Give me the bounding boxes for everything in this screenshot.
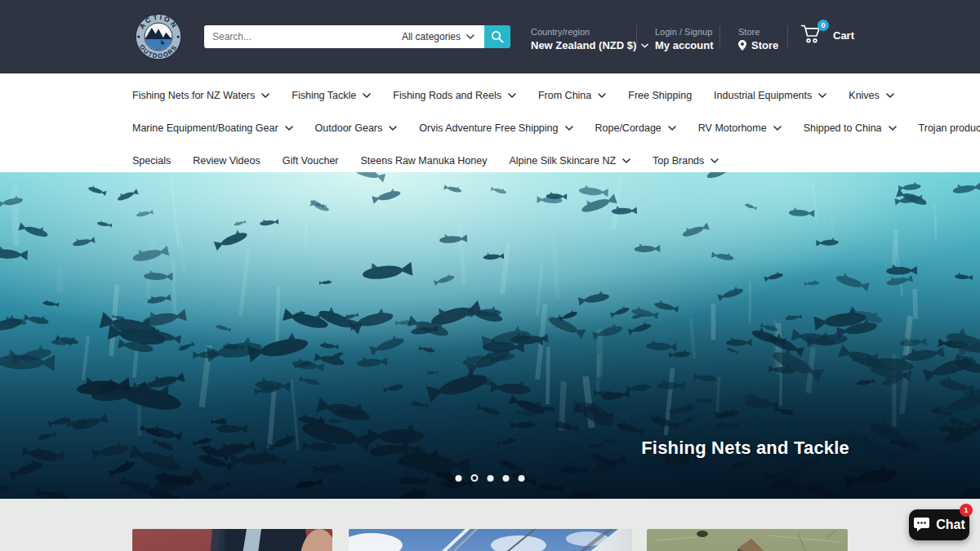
header-divider <box>636 25 637 48</box>
nav-item-label: Top Brands <box>653 155 704 167</box>
nav-item-knives[interactable]: Knives <box>849 90 894 101</box>
chevron-down-icon <box>285 126 293 131</box>
nav-item-marine-equipment-boating-gear[interactable]: Marine Equipment/Boating Gear <box>132 122 293 134</box>
nav-item-orvis-adventure-free-shipping[interactable]: Orvis Adventure Free Shipping <box>419 122 572 134</box>
nav-item-label: Free Shipping <box>628 90 692 101</box>
nav-item-label: RV Motorhome <box>698 122 767 134</box>
nav-item-fishing-rods-and-reels[interactable]: Fishing Rods and Reels <box>393 90 516 101</box>
chevron-down-icon <box>622 158 630 163</box>
nav-item-label: Orvis Adventure Free Shipping <box>419 122 558 134</box>
nav-item-top-brands[interactable]: Top Brands <box>653 155 719 167</box>
nav-item-specials[interactable]: Specials <box>132 155 171 167</box>
chat-widget-button[interactable]: Chat 1 <box>909 509 969 540</box>
chevron-down-icon <box>818 93 826 98</box>
hero-carousel: Fishing Nets and Tackle <box>0 172 980 499</box>
nav-item-steens-raw-manuka-honey[interactable]: Steens Raw Manuka Honey <box>361 155 488 167</box>
promo-card-angler-image <box>132 529 332 551</box>
nav-item-from-china[interactable]: From China <box>538 90 606 101</box>
cart-icon-wrap: 0 <box>800 24 823 47</box>
carousel-dot-2[interactable] <box>471 474 479 482</box>
nav-item-outdoor-gears[interactable]: Outdoor Gears <box>315 122 398 134</box>
chevron-down-icon <box>565 126 573 131</box>
search-input[interactable] <box>204 25 399 48</box>
cart-button[interactable]: 0 Cart <box>800 24 854 47</box>
categories-dropdown[interactable]: All categories <box>399 25 484 48</box>
chat-unread-badge: 1 <box>960 504 973 517</box>
nav-item-industrial-equipments[interactable]: Industrial Equipments <box>714 90 826 101</box>
carousel-dot-1[interactable] <box>456 475 462 482</box>
nav-item-label: Alpine Silk Skincare NZ <box>509 155 616 167</box>
store-logo[interactable]: ACTION OUTDOORS <box>135 13 182 60</box>
carousel-dots <box>456 474 525 482</box>
nav-item-label: Trojan products <box>919 122 980 134</box>
chevron-down-icon <box>710 158 719 163</box>
nav-item-label: Fishing Nets for NZ Waters <box>132 90 255 101</box>
carousel-dot-5[interactable] <box>519 475 525 482</box>
nav-item-rope-cordage[interactable]: Rope/Cordage <box>595 122 676 134</box>
chat-label: Chat <box>936 518 965 532</box>
chevron-down-icon <box>389 126 397 131</box>
store-link[interactable]: Store <box>738 39 778 51</box>
nav-inner: Fishing Nets for NZ WatersFishing Tackle… <box>132 73 848 177</box>
nav-item-label: Knives <box>849 90 880 101</box>
nav-item-label: Specials <box>132 155 171 167</box>
nav-item-label: Review Videos <box>193 155 260 167</box>
search-bar: All categories <box>204 25 510 48</box>
nav-item-trojan-products[interactable]: Trojan products <box>919 122 980 134</box>
nav-item-gift-voucher[interactable]: Gift Voucher <box>283 155 339 167</box>
hero-caption: Fishing Nets and Tackle <box>641 438 849 459</box>
nav-item-shipped-to-china[interactable]: Shipped to China <box>804 122 897 134</box>
nav-item-rv-motorhome[interactable]: RV Motorhome <box>698 122 782 134</box>
country-region-selector[interactable]: New Zealand (NZD $) <box>531 39 648 51</box>
store-text: Store <box>751 39 778 51</box>
header-divider <box>787 25 788 48</box>
my-account-text: My account <box>655 39 714 51</box>
nav-row-1: Fishing Nets for NZ WatersFishing Tackle… <box>132 79 848 112</box>
nav-item-fishing-nets-for-nz-waters[interactable]: Fishing Nets for NZ Waters <box>132 90 270 101</box>
cart-label: Cart <box>833 29 854 42</box>
carousel-dot-4[interactable] <box>503 475 510 482</box>
chevron-down-icon <box>363 93 371 98</box>
nav-item-fishing-tackle[interactable]: Fishing Tackle <box>292 90 371 101</box>
store-block: Store Store <box>738 27 778 51</box>
categories-label: All categories <box>402 31 461 42</box>
login-signup-label: Login / Signup <box>655 27 714 37</box>
nav-item-label: Marine Equipment/Boating Gear <box>132 122 278 134</box>
account-block: Login / Signup My account <box>655 27 714 51</box>
carousel-dot-3[interactable] <box>488 475 494 482</box>
nav-item-review-videos[interactable]: Review Videos <box>193 155 260 167</box>
chevron-down-icon <box>598 93 606 98</box>
lower-section <box>0 499 980 551</box>
nav-item-label: Fishing Rods and Reels <box>393 90 501 101</box>
country-region-block: Country/region New Zealand (NZD $) <box>531 27 648 51</box>
promo-card-net-catch-image <box>647 529 848 551</box>
chevron-down-icon <box>261 93 270 98</box>
search-icon <box>491 30 504 43</box>
main-navigation: Fishing Nets for NZ WatersFishing Tackle… <box>0 73 980 172</box>
country-region-label: Country/region <box>531 27 648 37</box>
page: ACTION OUTDOORS All categories <box>0 0 980 551</box>
nav-item-alpine-silk-skincare-nz[interactable]: Alpine Silk Skincare NZ <box>509 155 630 167</box>
cart-count-badge: 0 <box>817 20 829 31</box>
header-divider <box>719 25 720 48</box>
promo-card-sailing-image <box>349 529 632 551</box>
nav-item-label: From China <box>538 90 591 101</box>
nav-item-free-shipping[interactable]: Free Shipping <box>628 90 692 101</box>
promo-card-net-catch[interactable] <box>647 529 848 551</box>
nav-item-label: Gift Voucher <box>283 155 339 167</box>
promo-card-angler[interactable] <box>132 529 332 551</box>
chevron-down-icon <box>889 126 897 131</box>
nav-item-label: Rope/Cordage <box>595 122 662 134</box>
chevron-down-icon <box>641 43 648 48</box>
nav-item-label: Fishing Tackle <box>292 90 356 101</box>
nav-item-label: Industrial Equipments <box>714 90 812 101</box>
action-outdoors-logo-icon: ACTION OUTDOORS <box>135 13 182 60</box>
top-header: ACTION OUTDOORS All categories <box>0 0 980 73</box>
search-button[interactable] <box>484 25 510 48</box>
nav-item-label: Steens Raw Manuka Honey <box>361 155 488 167</box>
nav-item-label: Shipped to China <box>804 122 882 134</box>
chevron-down-icon <box>508 93 516 98</box>
chat-bubble-icon <box>913 517 930 533</box>
promo-card-sailing[interactable] <box>349 529 632 551</box>
my-account-link[interactable]: My account <box>655 39 714 51</box>
